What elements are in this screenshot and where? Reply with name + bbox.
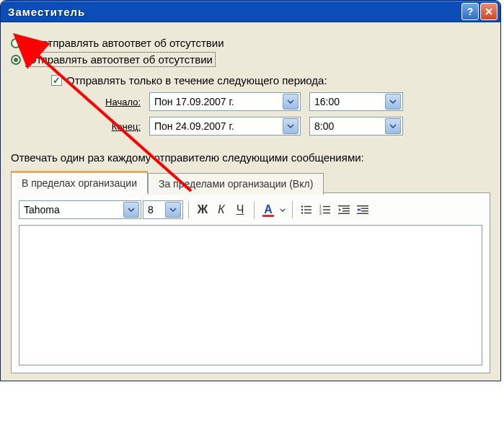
indent-icon[interactable] [354, 201, 371, 218]
period-checkbox[interactable] [51, 75, 62, 86]
end-time-combo[interactable]: 8:00 [309, 117, 403, 136]
radio-send[interactable] [11, 55, 21, 65]
tabs: В пределах организации За пределами орга… [11, 171, 490, 193]
svg-text:3: 3 [319, 211, 322, 215]
svg-rect-14 [342, 210, 350, 211]
tab-outside-org[interactable]: За пределами организации (Вкл) [148, 173, 324, 195]
svg-point-4 [301, 212, 303, 213]
start-date-value: Пон 17.09.2007 г. [154, 96, 283, 107]
separator [292, 201, 293, 218]
start-time-value: 16:00 [314, 96, 385, 107]
editor-textarea[interactable] [19, 225, 482, 365]
svg-rect-13 [342, 208, 350, 209]
svg-rect-19 [357, 213, 368, 214]
svg-point-0 [301, 205, 303, 207]
radio-send-label: Отправлять автоответ об отсутствии [25, 52, 216, 67]
editor-panel: Tahoma 8 Ж К Ч А [11, 193, 490, 373]
italic-button[interactable]: К [213, 201, 230, 218]
svg-rect-9 [323, 209, 330, 210]
svg-rect-16 [357, 205, 368, 206]
reply-section-label: Отвечать один раз каждому отправителю сл… [11, 151, 490, 164]
bold-button[interactable]: Ж [194, 201, 211, 218]
underline-button[interactable]: Ч [231, 201, 249, 218]
svg-rect-15 [338, 213, 350, 214]
period-checkbox-label: Отправлять только в течение следующего п… [66, 74, 327, 86]
chevron-down-icon[interactable] [123, 202, 139, 218]
start-time-combo[interactable]: 16:00 [309, 92, 403, 111]
radio-no-send-label: Не отправлять автоответ об отсутствии [25, 37, 224, 49]
help-button[interactable]: ? [461, 3, 479, 20]
font-family-combo[interactable]: Tahoma [19, 200, 141, 219]
svg-rect-5 [304, 213, 311, 213]
chevron-down-icon[interactable] [283, 118, 299, 134]
start-date-combo[interactable]: Пон 17.09.2007 г. [149, 92, 301, 111]
font-family-value: Tahoma [24, 204, 123, 216]
font-color-button[interactable]: А [260, 201, 277, 218]
tab-inside-org[interactable]: В пределах организации [11, 171, 148, 193]
separator [188, 201, 189, 218]
radio-no-send[interactable] [11, 38, 21, 48]
chevron-down-icon[interactable] [385, 94, 401, 110]
chevron-down-icon[interactable] [385, 118, 401, 134]
end-label: Конец: [83, 121, 141, 132]
numbered-list-icon[interactable]: 1 2 3 [317, 201, 334, 218]
svg-point-2 [301, 209, 303, 210]
svg-rect-18 [361, 210, 368, 211]
font-size-value: 8 [148, 204, 165, 216]
svg-rect-3 [304, 209, 311, 210]
window-title: Заместитель [8, 6, 460, 18]
svg-rect-11 [323, 213, 330, 213]
titlebar: Заместитель ? [1, 1, 500, 22]
svg-rect-7 [323, 206, 330, 207]
outdent-icon[interactable] [335, 201, 353, 218]
font-size-combo[interactable]: 8 [143, 200, 183, 219]
chevron-down-icon[interactable] [165, 202, 181, 218]
start-label: Начало: [83, 97, 141, 107]
close-button[interactable] [480, 3, 498, 20]
end-date-value: Пон 24.09.2007 г. [154, 120, 283, 132]
chevron-down-icon[interactable] [283, 94, 299, 110]
editor-toolbar: Tahoma 8 Ж К Ч А [19, 200, 482, 219]
bullet-list-icon[interactable] [298, 201, 315, 218]
end-time-value: 8:00 [314, 120, 385, 132]
svg-rect-1 [304, 206, 311, 207]
end-date-combo[interactable]: Пон 24.09.2007 г. [149, 117, 301, 136]
font-color-dropdown[interactable] [278, 201, 287, 218]
svg-rect-12 [338, 205, 350, 206]
svg-rect-17 [361, 208, 368, 209]
separator [254, 201, 255, 218]
